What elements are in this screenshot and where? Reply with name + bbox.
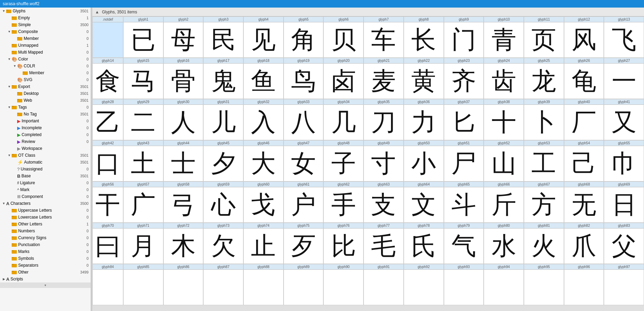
glyph-cell-72[interactable]: glyph72木 [163, 223, 204, 264]
glyph-cell-80[interactable]: glyph80水 [484, 223, 524, 264]
glyph-cell-15[interactable]: glyph15马 [123, 58, 163, 99]
sidebar-item-lowercase[interactable]: Lowercase Letters 0 [0, 214, 91, 221]
glyph-cell-2[interactable]: glyph2母 [163, 16, 204, 58]
sidebar-item-export[interactable]: Export 3501 [0, 83, 91, 90]
sidebar-item-multimapped[interactable]: Multi Mapped 0 [0, 49, 91, 56]
sidebar-item-uppercase[interactable]: Uppercase Letters 0 [0, 207, 91, 214]
scripts-expander[interactable] [1, 277, 6, 281]
glyph-cell-39[interactable]: glyph39卜 [524, 99, 564, 140]
glyph-cell-59[interactable]: glyph59心 [203, 181, 243, 223]
glyph-cell-97[interactable]: glyph97 [604, 264, 644, 305]
glyph-cell-notdef[interactable]: .notdef [92, 16, 123, 58]
glyph-cell-55[interactable]: glyph55巾 [604, 140, 644, 181]
sidebar-item-colr-member[interactable]: Member 0 [0, 69, 91, 76]
glyph-cell-71[interactable]: glyph71月 [123, 223, 163, 264]
glyph-cell-88[interactable]: glyph88 [243, 264, 284, 305]
scroll-up-arrow[interactable]: ▲ [95, 10, 99, 14]
glyph-cell-48[interactable]: glyph48子 [323, 140, 364, 181]
sidebar-item-glyphs[interactable]: Glyphs 3501 [0, 8, 91, 14]
sidebar-item-otclass[interactable]: OT Class 3501 [0, 152, 91, 159]
glyph-cell-37[interactable]: glyph37匕 [444, 99, 484, 140]
glyph-cell-86[interactable]: glyph86 [163, 264, 204, 305]
glyph-cell-62[interactable]: glyph62手 [323, 181, 364, 223]
sidebar-item-notag[interactable]: No Tag 3501 [0, 111, 91, 118]
glyph-cell-65[interactable]: glyph65斗 [444, 181, 484, 223]
glyph-cell-28[interactable]: glyph28乙 [92, 99, 123, 140]
glyph-cell-11[interactable]: glyph11页 [524, 16, 564, 58]
glyph-cell-47[interactable]: glyph47女 [284, 140, 324, 181]
glyph-cell-10[interactable]: glyph10青 [484, 16, 524, 58]
glyph-cell-24[interactable]: glyph24齿 [484, 58, 524, 99]
glyph-cell-79[interactable]: glyph79气 [444, 223, 484, 264]
sidebar-item-other-letters[interactable]: Other Letters 1 [0, 221, 91, 227]
sidebar-item-currency[interactable]: Currency Signs 0 [0, 234, 91, 241]
glyph-cell-68[interactable]: glyph68无 [564, 181, 604, 223]
glyph-cell-78[interactable]: glyph78氏 [404, 223, 444, 264]
glyph-cell-89[interactable]: glyph89 [284, 264, 324, 305]
glyph-cell-17[interactable]: glyph17鬼 [203, 58, 243, 99]
glyph-cell-74[interactable]: glyph74止 [243, 223, 284, 264]
glyph-cell-53[interactable]: glyph53工 [524, 140, 564, 181]
sidebar-item-characters[interactable]: A Characters 3500 [0, 200, 91, 207]
glyph-cell-14[interactable]: glyph14食 [92, 58, 123, 99]
sidebar-item-unassigned[interactable]: ? Unassigned 0 [0, 166, 91, 173]
glyph-cell-92[interactable]: glyph92 [404, 264, 444, 305]
glyph-cell-46[interactable]: glyph46大 [243, 140, 284, 181]
sidebar-item-web[interactable]: Web 3501 [0, 97, 91, 104]
glyph-cell-45[interactable]: glyph45夕 [203, 140, 243, 181]
glyph-cell-36[interactable]: glyph36力 [404, 99, 444, 140]
glyph-cell-18[interactable]: glyph18鱼 [243, 58, 284, 99]
sidebar-item-symbols[interactable]: Symbols 0 [0, 255, 91, 262]
sidebar-item-base[interactable]: B Base 3501 [0, 173, 91, 179]
glyph-cell-38[interactable]: glyph38十 [484, 99, 524, 140]
glyph-cell-52[interactable]: glyph52山 [484, 140, 524, 181]
glyph-cell-30[interactable]: glyph30人 [163, 99, 204, 140]
glyph-cell-87[interactable]: glyph87 [203, 264, 243, 305]
glyph-cell-8[interactable]: glyph8长 [404, 16, 444, 58]
characters-expander[interactable] [1, 201, 6, 206]
glyph-cell-57[interactable]: glyph57广 [123, 181, 163, 223]
otclass-expander[interactable] [7, 153, 12, 158]
glyph-cell-26[interactable]: glyph26龟 [564, 58, 604, 99]
color-expander[interactable] [7, 57, 12, 62]
glyph-cell-42[interactable]: glyph42口 [92, 140, 123, 181]
glyph-cell-63[interactable]: glyph63支 [364, 181, 404, 223]
glyph-cell-40[interactable]: glyph40厂 [564, 99, 604, 140]
sidebar-item-svg[interactable]: 🎨 SVG 0 [0, 76, 91, 83]
sidebar-item-composite[interactable]: Composite 0 [0, 28, 91, 35]
glyph-cell-21[interactable]: glyph21麦 [364, 58, 404, 99]
glyph-cell-91[interactable]: glyph91 [364, 264, 404, 305]
sidebar-scroll-down[interactable]: ▼ [0, 282, 91, 288]
sidebar-item-desktop[interactable]: Desktop 3501 [0, 90, 91, 97]
glyph-cell-34[interactable]: glyph34几 [323, 99, 364, 140]
glyph-cell-61[interactable]: glyph61户 [284, 181, 324, 223]
glyph-cell-67[interactable]: glyph67方 [524, 181, 564, 223]
glyph-cell-20[interactable]: glyph20卤 [323, 58, 364, 99]
glyph-cell-22[interactable]: glyph22黄 [404, 58, 444, 99]
glyph-cell-1[interactable]: glyph1已 [123, 16, 163, 58]
glyph-cell-85[interactable]: glyph85 [123, 264, 163, 305]
glyph-cell-25[interactable]: glyph25龙 [524, 58, 564, 99]
glyph-cell-77[interactable]: glyph77毛 [364, 223, 404, 264]
glyph-grid-container[interactable]: .notdef glyph1已 glyph2母 glyph3民 glyph4见 … [92, 16, 644, 311]
glyph-cell-54[interactable]: glyph54己 [564, 140, 604, 181]
glyph-cell-95[interactable]: glyph95 [524, 264, 564, 305]
glyph-cell-73[interactable]: glyph73欠 [203, 223, 243, 264]
glyph-cell-16[interactable]: glyph16骨 [163, 58, 204, 99]
glyph-cell-31[interactable]: glyph31儿 [203, 99, 243, 140]
sidebar-item-colr[interactable]: 🎨 COLR 0 [0, 63, 91, 69]
tags-expander[interactable] [7, 105, 12, 110]
glyph-cell-6[interactable]: glyph6贝 [323, 16, 364, 58]
glyph-cell-19[interactable]: glyph19鸟 [284, 58, 324, 99]
sidebar-item-simple[interactable]: Simple 3500 [0, 21, 91, 28]
sidebar-item-member[interactable]: Member 0 [0, 35, 91, 42]
sidebar-item-marks[interactable]: Marks 0 [0, 248, 91, 255]
sidebar-item-unmapped[interactable]: Unmapped 1 [0, 42, 91, 49]
sidebar-item-ligature[interactable]: fi Ligature 0 [0, 179, 91, 186]
glyph-cell-49[interactable]: glyph49寸 [364, 140, 404, 181]
glyph-cell-93[interactable]: glyph93 [444, 264, 484, 305]
glyph-cell-60[interactable]: glyph60戈 [243, 181, 284, 223]
glyph-cell-56[interactable]: glyph56干 [92, 181, 123, 223]
export-expander[interactable] [7, 84, 12, 89]
sidebar-item-component[interactable]: ⊞ Component 0 [0, 193, 91, 200]
